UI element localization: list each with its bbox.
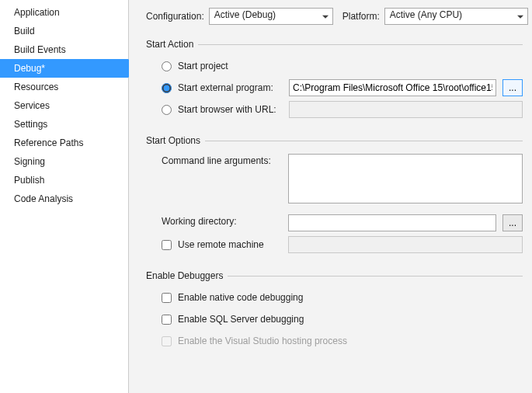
config-row: Configuration: Active (Debug) Platform: … [146, 8, 523, 25]
sidebar-item-services[interactable]: Services [0, 96, 128, 115]
start-external-radio[interactable] [162, 83, 172, 93]
start-options-legend: Start Options [146, 135, 205, 146]
start-browser-label: Start browser with URL: [178, 104, 283, 115]
sidebar-item-build-events[interactable]: Build Events [0, 40, 128, 59]
sql-debug-label: Enable SQL Server debugging [178, 314, 304, 325]
start-external-label: Start external program: [178, 82, 283, 93]
sidebar-item-reference-paths[interactable]: Reference Paths [0, 134, 128, 152]
configuration-label: Configuration: [146, 11, 204, 22]
configuration-select[interactable]: Active (Debug) [209, 8, 333, 25]
start-action-group: Start Action Start project Start externa… [146, 39, 523, 123]
start-options-group: Start Options Command line arguments: Wo… [146, 135, 523, 258]
browse-workdir-button[interactable]: ... [502, 214, 523, 231]
sidebar-item-debug[interactable]: Debug* [0, 59, 128, 78]
divider [198, 44, 523, 45]
native-debug-checkbox[interactable] [162, 293, 172, 303]
remote-machine-label: Use remote machine [178, 239, 282, 250]
start-project-radio[interactable] [162, 61, 172, 71]
divider [228, 276, 523, 276]
sidebar-item-settings[interactable]: Settings [0, 115, 128, 134]
sidebar-item-resources[interactable]: Resources [0, 78, 128, 96]
start-action-legend: Start Action [146, 39, 198, 50]
workdir-label: Working directory: [162, 214, 282, 227]
start-browser-input[interactable] [289, 101, 523, 118]
start-browser-radio[interactable] [162, 105, 172, 115]
hosting-process-label: Enable the Visual Studio hosting process [178, 336, 347, 346]
remote-machine-checkbox[interactable] [162, 240, 172, 250]
debuggers-legend: Enable Debuggers [146, 270, 228, 281]
sidebar-item-publish[interactable]: Publish [0, 171, 128, 190]
remote-machine-input[interactable] [288, 236, 523, 253]
sidebar: Application Build Build Events Debug* Re… [0, 0, 129, 393]
browse-external-button[interactable]: ... [502, 79, 523, 96]
platform-label: Platform: [342, 11, 380, 22]
sidebar-item-application[interactable]: Application [0, 3, 128, 22]
cmdline-label: Command line arguments: [162, 154, 282, 166]
start-project-label: Start project [178, 61, 228, 71]
platform-select[interactable]: Active (Any CPU) [384, 8, 528, 25]
sidebar-item-code-analysis[interactable]: Code Analysis [0, 190, 128, 208]
debuggers-group: Enable Debuggers Enable native code debu… [146, 270, 523, 354]
start-external-input[interactable] [289, 79, 496, 96]
sidebar-item-build[interactable]: Build [0, 22, 128, 40]
hosting-process-checkbox [162, 336, 172, 346]
main-panel: Configuration: Active (Debug) Platform: … [129, 0, 532, 393]
workdir-input[interactable] [288, 214, 496, 231]
sql-debug-checkbox[interactable] [162, 315, 172, 325]
native-debug-label: Enable native code debugging [178, 292, 303, 303]
sidebar-item-signing[interactable]: Signing [0, 152, 128, 171]
cmdline-textarea[interactable] [288, 154, 523, 203]
divider [205, 141, 523, 141]
